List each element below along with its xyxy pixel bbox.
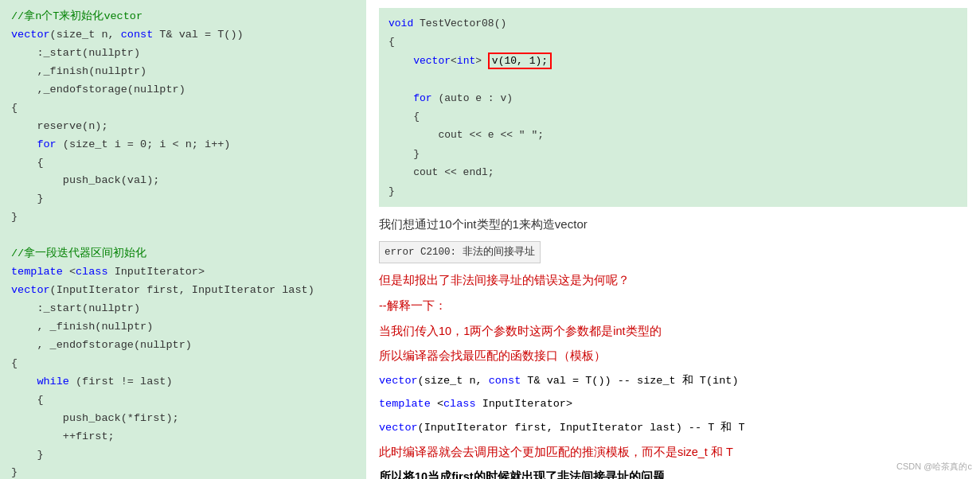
explain3: vector(size_t n, const T& val = T()) -- …	[379, 371, 967, 391]
right-panel: void TestVector08() { vector<int> v(10, …	[366, 0, 980, 479]
section2-code: :_start(nullptr) , _finish(nullptr) , _e…	[11, 300, 355, 479]
section1-comment: //拿n个T来初始化vector	[11, 8, 355, 26]
explain4-line2: vector(InputIterator first, InputIterato…	[379, 418, 967, 438]
explain-dash: --解释一下：	[379, 295, 967, 317]
explain1: 当我们传入10，1两个参数时这两个参数都是int类型的	[379, 321, 967, 343]
section2-template: template <class InputIterator>	[11, 263, 355, 282]
left-panel: //拿n个T来初始化vector vector(size_t n, const …	[0, 0, 366, 479]
explain6: 所以将10当成first的时候就出现了非法间接寻址的问题	[379, 466, 967, 479]
highlight-v10-1: v(10, 1);	[488, 53, 552, 69]
explain2: 所以编译器会找最匹配的函数接口（模板）	[379, 345, 967, 368]
description-text: 我们想通过10个int类型的1来构造vector	[379, 213, 967, 235]
section1-code: vector(size_t n, const T& val = T()) :_s…	[11, 26, 355, 227]
explain5: 此时编译器就会去调用这个更加匹配的推演模板，而不是size_t 和 T	[379, 442, 967, 464]
watermark: CSDN @哈茶真的c	[896, 461, 972, 473]
right-code-block: void TestVector08() { vector<int> v(10, …	[379, 8, 967, 207]
section2-comment: //拿一段迭代器区间初始化	[11, 245, 355, 263]
explain-question: 但是却报出了非法间接寻址的错误这是为何呢？	[379, 270, 967, 292]
error-badge: error C2100: 非法的间接寻址	[379, 238, 967, 267]
section2-sig: vector(InputIterator first, InputIterato…	[11, 282, 355, 300]
explain4-line1: template <class InputIterator>	[379, 394, 967, 415]
